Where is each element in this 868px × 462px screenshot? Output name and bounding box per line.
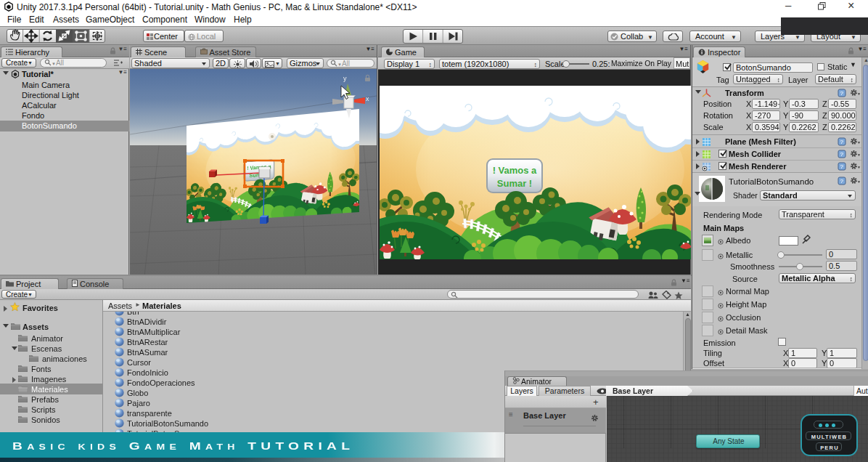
svg-text:?: ? (840, 139, 844, 145)
svg-text:y: y (343, 75, 347, 82)
svg-text:?: ? (840, 151, 844, 158)
svg-text:?: ? (840, 178, 844, 185)
svg-text:?: ? (840, 163, 844, 170)
svg-text:x: x (366, 95, 369, 102)
svg-text:?: ? (840, 90, 844, 97)
